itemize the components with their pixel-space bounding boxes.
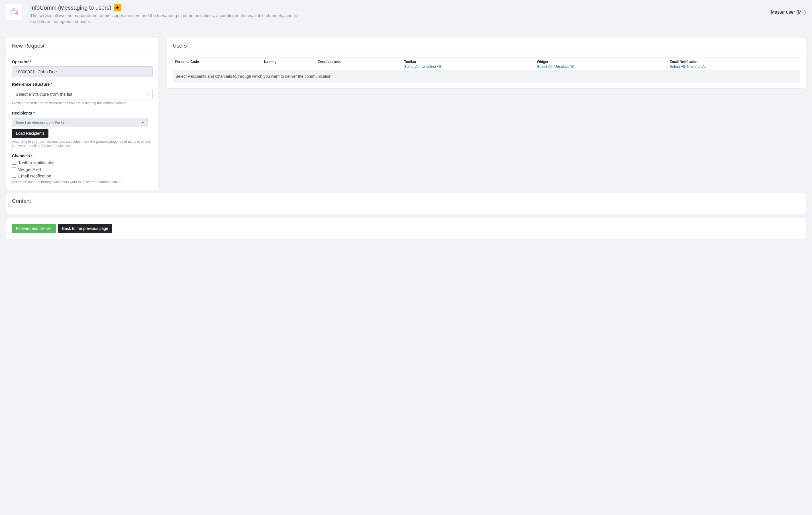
svg-point-2 (15, 12, 17, 14)
svg-point-4 (13, 12, 13, 12)
email-select-all[interactable]: Select All (670, 64, 685, 69)
channel-email-label: Email Notification (18, 174, 51, 178)
col-email: Email address (315, 58, 402, 70)
content-card: Content (6, 193, 806, 214)
svg-point-8 (14, 12, 14, 13)
users-table: Personal Code Naming Email address Toolb… (173, 57, 800, 70)
structure-select[interactable]: Select a structure from the list (12, 89, 153, 99)
actions-card: Forward and Deliver Back to the previous… (6, 218, 806, 239)
widget-unselect-all[interactable]: Unselect All (554, 64, 574, 69)
load-recipients-button[interactable]: Load Recipients (12, 129, 49, 138)
structure-label: Reference structure * (12, 82, 153, 87)
svg-line-1 (12, 8, 15, 10)
svg-point-9 (12, 13, 12, 14)
svg-point-5 (14, 12, 14, 12)
col-widget: Widget Select All Unselect All (534, 58, 667, 70)
content-title: Content (6, 193, 806, 209)
star-icon (115, 5, 120, 10)
channel-toolbar-label: Toolbar Notification (18, 160, 55, 165)
channel-toolbar-checkbox[interactable] (12, 161, 16, 164)
svg-point-11 (14, 13, 14, 14)
users-empty-message: Select Recipients and Channels to/throug… (173, 70, 800, 83)
forward-deliver-button[interactable]: Forward and Deliver (12, 224, 56, 233)
svg-point-3 (12, 12, 12, 12)
radio-icon (10, 7, 19, 17)
operator-label: Operator * (12, 60, 153, 64)
back-button[interactable]: Back to the previous page (58, 224, 112, 233)
recipients-help: According to your permissions, you can s… (12, 140, 153, 148)
channels-label: Channels * (12, 154, 153, 158)
app-title: InfoComm (Messaging to users) (30, 5, 111, 11)
col-toolbar: Toolbar Select All Unselect All (402, 58, 535, 70)
recipients-multiselect[interactable]: Select an element from the list (12, 118, 148, 127)
email-unselect-all[interactable]: Unselect All (687, 64, 706, 69)
page-header: InfoComm (Messaging to users) The servic… (0, 0, 812, 30)
current-user-label: Master user (M+) (771, 4, 806, 15)
operator-input (12, 66, 153, 77)
caret-up-icon (142, 122, 144, 123)
recipients-placeholder: Select an element from the list (16, 120, 65, 124)
app-icon (6, 4, 22, 20)
app-description: The service allows the management of mes… (30, 12, 304, 25)
channel-widget-checkbox[interactable] (12, 167, 16, 171)
new-request-title: New Request (6, 38, 158, 54)
col-naming: Naming (262, 58, 315, 70)
channels-help: Select the channel through which you wan… (12, 180, 153, 185)
col-personal-code: Personal Code (173, 58, 262, 70)
new-request-card: New Request Operator * Reference structu… (6, 38, 158, 190)
structure-help: Provide the structure on which behalf yo… (12, 101, 153, 106)
users-card: Users Personal Code Naming Email address… (167, 38, 806, 88)
svg-point-7 (13, 12, 13, 13)
channel-widget-label: Widget Alert (18, 167, 41, 172)
col-email-notif: Email Notification Select All Unselect A… (667, 58, 800, 70)
svg-point-6 (12, 12, 12, 13)
users-title: Users (167, 38, 806, 54)
widget-select-all[interactable]: Select All (537, 64, 552, 69)
toolbar-select-all[interactable]: Select All (404, 64, 419, 69)
toolbar-unselect-all[interactable]: Unselect All (422, 64, 441, 69)
svg-point-10 (13, 13, 13, 14)
header-main: InfoComm (Messaging to users) The servic… (30, 4, 763, 25)
favorite-star-badge[interactable] (114, 4, 121, 11)
channel-email-checkbox[interactable] (12, 174, 16, 178)
recipients-label: Recipients * (12, 111, 153, 115)
